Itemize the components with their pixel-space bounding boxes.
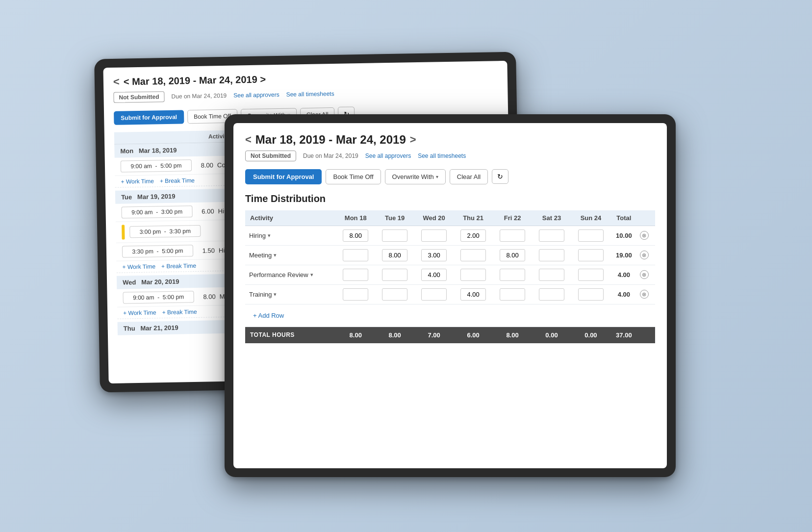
front-activity-perf-review: Performance Review ▾ bbox=[245, 265, 336, 284]
front-perf-review-dropdown-arrow[interactable]: ▾ bbox=[310, 272, 313, 278]
back-submit-button[interactable]: Submit for Approval bbox=[114, 110, 184, 125]
front-hiring-sat bbox=[532, 226, 571, 245]
front-perf-sun bbox=[571, 265, 610, 284]
front-total-wed: 7.00 bbox=[414, 327, 454, 343]
back-hours-tue-1: 6.00 bbox=[196, 207, 214, 215]
front-overwrite-arrow: ▾ bbox=[436, 174, 438, 179]
front-meeting-sat-input[interactable] bbox=[539, 249, 564, 261]
front-hiring-tue-input[interactable] bbox=[382, 229, 407, 242]
front-row-perf-review: Performance Review ▾ 4.00 bbox=[245, 265, 655, 284]
front-meeting-tue-input[interactable] bbox=[382, 249, 407, 261]
front-hiring-thu bbox=[454, 226, 493, 245]
front-see-timesheets-link[interactable]: See all timesheets bbox=[418, 152, 466, 159]
front-table-header-row: Activity Mon 18 Tue 19 Wed 20 Thu 21 Fri… bbox=[245, 210, 655, 226]
front-perf-thu-input[interactable] bbox=[460, 269, 486, 281]
front-book-time-off-button[interactable]: Book Time Off bbox=[326, 169, 381, 184]
front-meeting-fri-input[interactable] bbox=[500, 249, 525, 261]
front-total-tue: 8.00 bbox=[375, 327, 414, 343]
front-due-text: Due on Mar 24, 2019 bbox=[303, 152, 358, 159]
front-hiring-sun-input[interactable] bbox=[578, 229, 604, 242]
front-meeting-total: 19.00 bbox=[610, 245, 637, 265]
front-hiring-remove[interactable]: ⊗ bbox=[640, 231, 649, 240]
front-training-thu-input[interactable] bbox=[460, 288, 486, 301]
front-hiring-mon-input[interactable] bbox=[343, 229, 368, 242]
front-training-dropdown-arrow[interactable]: ▾ bbox=[274, 291, 277, 298]
front-col-header-sat: Sat 23 bbox=[532, 210, 571, 226]
front-col-header-thu: Thu 21 bbox=[454, 210, 493, 226]
front-total-thu: 6.00 bbox=[454, 327, 493, 343]
back-work-time-wed[interactable]: + Work Time bbox=[123, 308, 156, 316]
front-meeting-sun-input[interactable] bbox=[578, 249, 604, 261]
front-perf-sun-input[interactable] bbox=[578, 269, 604, 281]
front-clear-all-button[interactable]: Clear All bbox=[450, 169, 488, 184]
front-hiring-fri-input[interactable] bbox=[500, 229, 525, 242]
front-training-remove[interactable]: ⊗ bbox=[640, 290, 649, 299]
front-hiring-total: 10.00 bbox=[610, 226, 637, 245]
front-row-training: Training ▾ 4.00 ⊗ bbox=[245, 284, 655, 304]
back-time-range-mon-1[interactable]: 9:00 am - 5:00 pm bbox=[121, 159, 192, 173]
front-prev-nav[interactable]: < bbox=[245, 133, 252, 146]
back-time-range-tue-2[interactable]: 3:00 pm - 3:30 pm bbox=[129, 225, 201, 238]
back-break-time-wed[interactable]: + Break Time bbox=[162, 308, 197, 315]
back-day-label-tue: Tue Mar 19, 2019 bbox=[121, 192, 176, 201]
front-refresh-button[interactable]: ↻ bbox=[492, 169, 508, 184]
front-status-row: Not Submitted Due on Mar 24, 2019 See al… bbox=[245, 151, 655, 161]
back-see-timesheets-link[interactable]: See all timesheets bbox=[286, 90, 334, 98]
front-col-header-mon: Mon 18 bbox=[336, 210, 375, 226]
front-see-approvers-link[interactable]: See all approvers bbox=[365, 152, 411, 159]
front-hiring-thu-input[interactable] bbox=[460, 229, 486, 242]
back-time-range-tue-3[interactable]: 3:30 pm - 5:00 pm bbox=[122, 245, 193, 258]
front-meeting-remove[interactable]: ⊗ bbox=[640, 251, 649, 259]
front-hiring-dropdown-arrow[interactable]: ▾ bbox=[268, 232, 271, 239]
front-training-fri-input[interactable] bbox=[500, 288, 525, 301]
front-col-header-activity: Activity bbox=[245, 210, 336, 226]
front-training-sat-input[interactable] bbox=[539, 288, 564, 301]
front-training-wed-input[interactable] bbox=[421, 288, 447, 301]
front-perf-total: 4.00 bbox=[610, 265, 637, 284]
front-perf-fri-input[interactable] bbox=[500, 269, 525, 281]
front-next-nav[interactable]: > bbox=[410, 133, 416, 146]
back-status-badge: Not Submitted bbox=[113, 91, 164, 103]
front-training-sun-input[interactable] bbox=[578, 288, 604, 301]
front-add-row-link[interactable]: + Add Row bbox=[249, 308, 284, 323]
back-break-time-tue[interactable]: + Break Time bbox=[161, 262, 196, 269]
front-perf-tue-input[interactable] bbox=[382, 269, 407, 281]
front-perf-wed-input[interactable] bbox=[421, 269, 447, 281]
front-training-mon-input[interactable] bbox=[343, 288, 368, 301]
front-time-table: Activity Mon 18 Tue 19 Wed 20 Thu 21 Fri… bbox=[245, 210, 655, 343]
front-hiring-wed-input[interactable] bbox=[421, 229, 447, 242]
back-hours-tue-3: 1.50 bbox=[197, 246, 215, 254]
front-meeting-wed-input[interactable] bbox=[421, 249, 447, 261]
back-prev-nav[interactable]: < bbox=[113, 75, 120, 88]
back-hours-mon-1: 8.00 bbox=[196, 161, 213, 169]
front-meeting-dropdown-arrow[interactable]: ▾ bbox=[274, 252, 277, 258]
front-perf-sat bbox=[532, 265, 571, 284]
front-training-tue-input[interactable] bbox=[382, 288, 407, 301]
front-col-header-fri: Fri 22 bbox=[493, 210, 532, 226]
back-work-time-mon[interactable]: + Work Time bbox=[121, 177, 154, 184]
front-hiring-sat-input[interactable] bbox=[539, 229, 564, 242]
back-break-time-mon[interactable]: + Break Time bbox=[160, 177, 195, 184]
front-meeting-mon-input[interactable] bbox=[343, 249, 368, 261]
back-work-time-tue[interactable]: + Work Time bbox=[122, 262, 155, 270]
front-perf-remove[interactable]: ⊗ bbox=[640, 270, 649, 279]
front-toolbar: Submit for Approval Book Time Off Overwr… bbox=[245, 169, 655, 184]
front-meeting-thu-input[interactable] bbox=[460, 249, 486, 261]
front-date-title: Mar 18, 2019 - Mar 24, 2019 bbox=[255, 133, 406, 147]
front-tablet: < Mar 18, 2019 - Mar 24, 2019 > Not Subm… bbox=[225, 114, 676, 477]
back-see-approvers-link[interactable]: See all approvers bbox=[233, 91, 279, 99]
front-submit-button[interactable]: Submit for Approval bbox=[245, 169, 322, 184]
front-activity-hiring: Hiring ▾ bbox=[245, 226, 336, 245]
front-meeting-wed bbox=[414, 245, 454, 265]
front-total-sun: 0.00 bbox=[571, 327, 610, 343]
front-col-header-sun: Sun 24 bbox=[571, 210, 610, 226]
front-overwrite-with-button[interactable]: Overwrite With ▾ bbox=[385, 169, 446, 184]
front-perf-thu bbox=[454, 265, 493, 284]
front-meeting-sun bbox=[571, 245, 610, 265]
front-perf-mon bbox=[336, 265, 375, 284]
front-date-header: < Mar 18, 2019 - Mar 24, 2019 > bbox=[245, 133, 655, 147]
back-time-range-wed-1[interactable]: 9:00 am - 5:00 pm bbox=[123, 291, 194, 304]
back-time-range-tue-1[interactable]: 9:00 am - 3:00 pm bbox=[121, 205, 192, 219]
front-perf-sat-input[interactable] bbox=[539, 269, 564, 281]
front-perf-mon-input[interactable] bbox=[343, 269, 368, 281]
